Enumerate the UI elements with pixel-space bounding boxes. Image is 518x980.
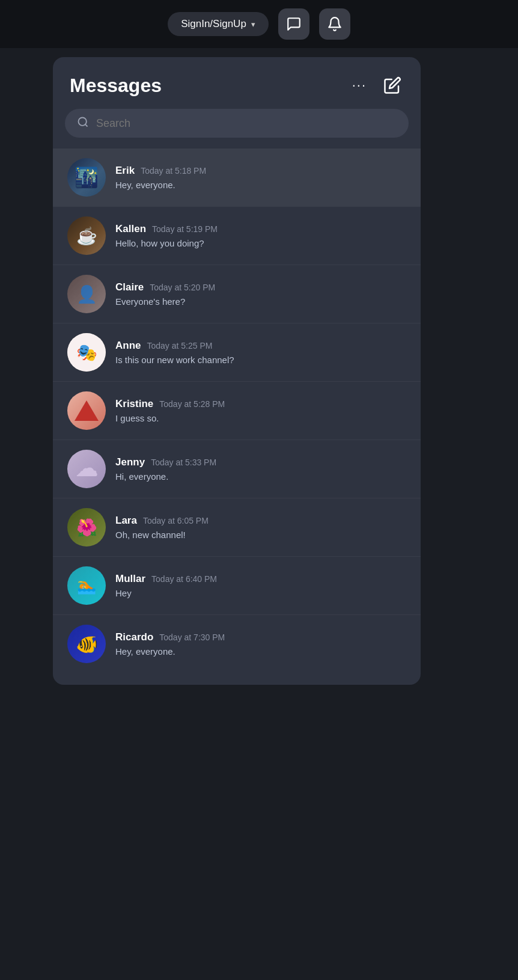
message-time: Today at 5:18 PM [141, 166, 206, 176]
search-icon [77, 116, 89, 130]
message-header: Ricardo Today at 7:30 PM [115, 631, 406, 643]
panel-header: Messages ··· [53, 74, 421, 109]
sender-name: Lara [115, 515, 137, 527]
avatar [67, 333, 106, 372]
more-options-button[interactable]: ··· [347, 75, 371, 96]
message-content: Jenny Today at 5:33 PM Hi, everyone. [115, 456, 406, 482]
sender-name: Anne [115, 340, 141, 352]
messages-icon-button[interactable] [278, 8, 309, 40]
compose-button[interactable] [381, 74, 404, 97]
message-header: Claire Today at 5:20 PM [115, 281, 406, 293]
messages-panel: Messages ··· Erik Tod [53, 57, 421, 685]
sender-name: Mullar [115, 573, 145, 585]
message-header: Mullar Today at 6:40 PM [115, 573, 406, 585]
list-item[interactable]: Kristine Today at 5:28 PM I guess so. [53, 381, 421, 439]
message-time: Today at 5:28 PM [159, 399, 225, 409]
top-bar: SignIn/SignUp ▾ [0, 0, 518, 48]
message-preview: Is this our new work channel? [115, 355, 406, 365]
list-item[interactable]: Mullar Today at 6:40 PM Hey [53, 556, 421, 614]
avatar [67, 625, 106, 663]
message-content: Ricardo Today at 7:30 PM Hey, everyone. [115, 631, 406, 657]
message-time: Today at 5:20 PM [150, 283, 215, 292]
list-item[interactable]: Jenny Today at 5:33 PM Hi, everyone. [53, 439, 421, 498]
message-header: Erik Today at 5:18 PM [115, 165, 406, 177]
avatar [67, 391, 106, 430]
message-time: Today at 5:25 PM [147, 341, 213, 351]
message-time: Today at 7:30 PM [159, 632, 225, 642]
message-list: Erik Today at 5:18 PM Hey, everyone. Kal… [53, 149, 421, 673]
avatar [67, 275, 106, 313]
search-input[interactable] [96, 117, 397, 130]
list-item[interactable]: Lara Today at 6:05 PM Oh, new channel! [53, 498, 421, 556]
list-item[interactable]: Ricardo Today at 7:30 PM Hey, everyone. [53, 614, 421, 673]
message-preview: Hey [115, 588, 406, 598]
avatar [67, 216, 106, 255]
message-header: Kristine Today at 5:28 PM [115, 398, 406, 410]
message-preview: Hey, everyone. [115, 646, 406, 657]
panel-title: Messages [70, 75, 162, 97]
message-time: Today at 5:33 PM [151, 458, 216, 467]
signin-label: SignIn/SignUp [181, 18, 246, 30]
message-preview: I guess so. [115, 413, 406, 423]
list-item[interactable]: Kallen Today at 5:19 PM Hello, how you d… [53, 206, 421, 265]
message-header: Anne Today at 5:25 PM [115, 340, 406, 352]
sender-name: Claire [115, 281, 144, 293]
sender-name: Kristine [115, 398, 153, 410]
sender-name: Jenny [115, 456, 145, 468]
message-preview: Hey, everyone. [115, 180, 406, 190]
message-content: Kallen Today at 5:19 PM Hello, how you d… [115, 223, 406, 248]
list-item[interactable]: Erik Today at 5:18 PM Hey, everyone. [53, 149, 421, 206]
message-time: Today at 6:05 PM [143, 516, 209, 525]
search-bar [65, 109, 409, 138]
message-content: Erik Today at 5:18 PM Hey, everyone. [115, 165, 406, 190]
avatar [67, 566, 106, 605]
message-content: Kristine Today at 5:28 PM I guess so. [115, 398, 406, 423]
message-header: Lara Today at 6:05 PM [115, 515, 406, 527]
message-header: Jenny Today at 5:33 PM [115, 456, 406, 468]
message-preview: Everyone's here? [115, 296, 406, 307]
compose-icon [383, 76, 401, 94]
svg-point-0 [79, 118, 87, 126]
list-item[interactable]: Claire Today at 5:20 PM Everyone's here? [53, 265, 421, 323]
message-preview: Oh, new channel! [115, 530, 406, 540]
message-preview: Hello, how you doing? [115, 238, 406, 248]
message-preview: Hi, everyone. [115, 471, 406, 482]
message-header: Kallen Today at 5:19 PM [115, 223, 406, 235]
avatar [67, 158, 106, 197]
notifications-icon-button[interactable] [319, 8, 350, 40]
sender-name: Kallen [115, 223, 146, 235]
list-item[interactable]: Anne Today at 5:25 PM Is this our new wo… [53, 323, 421, 381]
message-content: Lara Today at 6:05 PM Oh, new channel! [115, 515, 406, 540]
avatar [67, 450, 106, 488]
message-content: Claire Today at 5:20 PM Everyone's here? [115, 281, 406, 307]
message-content: Mullar Today at 6:40 PM Hey [115, 573, 406, 598]
message-time: Today at 6:40 PM [151, 574, 217, 584]
message-content: Anne Today at 5:25 PM Is this our new wo… [115, 340, 406, 365]
signin-button[interactable]: SignIn/SignUp ▾ [168, 12, 269, 36]
message-time: Today at 5:19 PM [152, 224, 218, 234]
sender-name: Ricardo [115, 631, 153, 643]
sender-name: Erik [115, 165, 135, 177]
chat-icon [286, 16, 302, 32]
chevron-down-icon: ▾ [251, 20, 255, 29]
header-actions: ··· [347, 74, 404, 97]
bell-icon [327, 16, 343, 32]
avatar [67, 508, 106, 547]
svg-line-1 [85, 124, 88, 127]
